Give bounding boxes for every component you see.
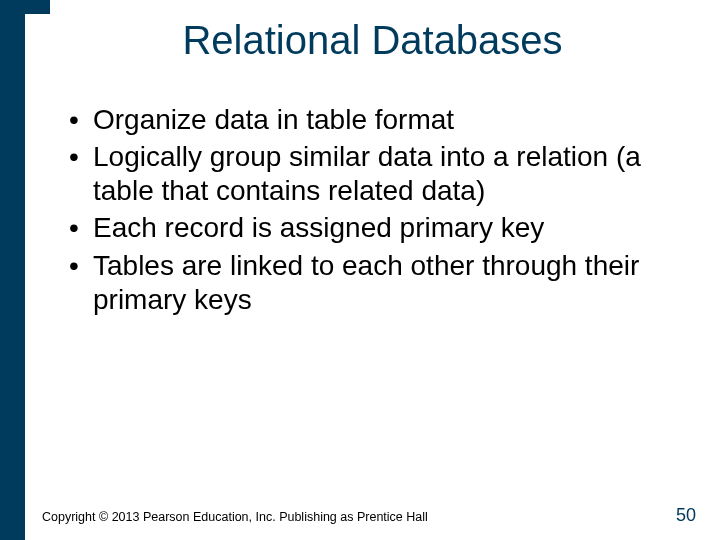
bullet-item: Organize data in table format — [63, 103, 690, 137]
bullet-item: Each record is assigned primary key — [63, 211, 690, 245]
page-number: 50 — [676, 505, 696, 526]
bullet-item: Tables are linked to each other through … — [63, 249, 690, 317]
slide-content: Relational Databases Organize data in ta… — [25, 0, 720, 540]
left-accent-bar — [0, 0, 25, 540]
copyright-footer: Copyright © 2013 Pearson Education, Inc.… — [42, 510, 428, 524]
bullet-list: Organize data in table format Logically … — [55, 103, 690, 317]
slide-title: Relational Databases — [95, 18, 650, 63]
bullet-item: Logically group similar data into a rela… — [63, 140, 690, 208]
